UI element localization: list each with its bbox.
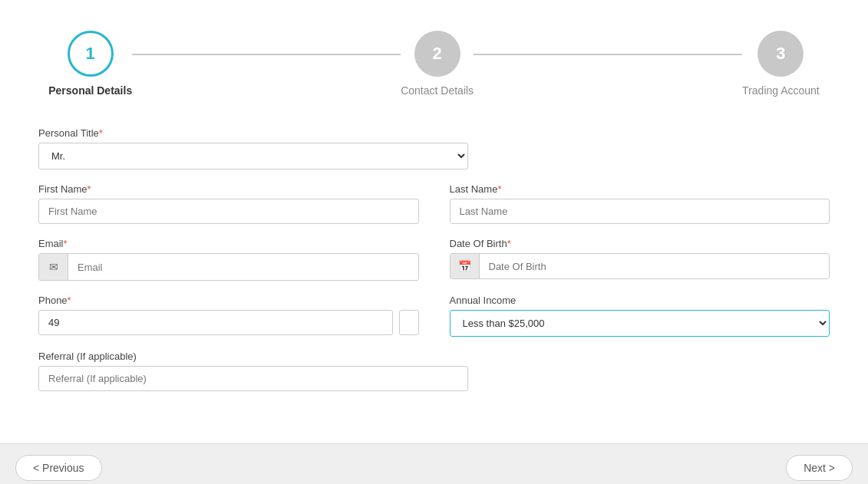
last-name-input[interactable] [450, 199, 830, 224]
envelope-icon [49, 260, 58, 274]
stepper: 1 Personal Details 2 Contact Details 3 T… [23, 15, 845, 120]
dob-col: Date Of Birth* 📅 [450, 238, 830, 295]
personal-title-select[interactable]: Mr. Mrs. Ms. Dr. Prof. [38, 143, 468, 170]
email-dob-row: Email* Date Of Birth* [38, 238, 830, 295]
phone-col: Phone* [38, 295, 419, 351]
referral-input[interactable] [38, 366, 468, 391]
dob-input[interactable] [480, 255, 830, 278]
email-icon-box [39, 254, 68, 280]
step-3-number: 3 [776, 44, 785, 64]
first-name-group: First Name* [38, 183, 419, 224]
first-name-col: First Name* [38, 183, 419, 238]
step-1-circle: 1 [68, 31, 114, 77]
email-col: Email* [38, 238, 419, 295]
step-line-2-3 [474, 54, 742, 55]
step-1-number: 1 [86, 44, 95, 64]
form: Personal Title* Mr. Mrs. Ms. Dr. Prof. F… [23, 120, 845, 413]
name-row: First Name* Last Name* [38, 183, 830, 238]
email-input[interactable] [68, 255, 418, 279]
phone-income-row: Phone* Annual Income Less than $25,000 $ [38, 295, 830, 351]
phone-code-input[interactable] [38, 310, 393, 335]
dob-input-wrapper: 📅 [450, 253, 830, 279]
last-name-group: Last Name* [450, 183, 830, 224]
previous-button[interactable]: < Previous [15, 455, 102, 481]
email-group: Email* [38, 238, 419, 281]
step-1-label: Personal Details [48, 84, 132, 97]
personal-title-group: Personal Title* Mr. Mrs. Ms. Dr. Prof. [38, 127, 830, 170]
calendar-icon-box: 📅 [451, 254, 480, 278]
step-2-circle: 2 [414, 31, 460, 77]
next-button[interactable]: Next > [786, 455, 853, 481]
email-label: Email* [38, 238, 419, 249]
annual-income-group: Annual Income Less than $25,000 $25,000 … [450, 295, 830, 337]
step-2-number: 2 [433, 44, 442, 64]
previous-button-label: < Previous [33, 462, 84, 474]
phone-group: Phone* [38, 295, 419, 335]
footer-bar: < Previous Next > [0, 443, 868, 484]
calendar-icon: 📅 [458, 260, 471, 272]
annual-income-col: Annual Income Less than $25,000 $25,000 … [450, 295, 830, 351]
dob-label: Date Of Birth* [450, 238, 830, 249]
step-3: 3 Trading Account [742, 31, 820, 97]
step-1: 1 Personal Details [48, 31, 132, 97]
referral-group: Referral (If applicable) [38, 351, 830, 391]
phone-input[interactable] [399, 310, 419, 335]
dob-group: Date Of Birth* 📅 [450, 238, 830, 279]
first-name-label: First Name* [38, 183, 419, 195]
annual-income-select[interactable]: Less than $25,000 $25,000 - $50,000 $50,… [450, 310, 830, 337]
email-input-wrapper [38, 253, 419, 281]
personal-title-label: Personal Title* [38, 127, 830, 139]
last-name-col: Last Name* [450, 183, 830, 238]
phone-label: Phone* [38, 295, 419, 306]
step-3-label: Trading Account [742, 84, 820, 97]
step-line-1-2 [132, 54, 401, 55]
last-name-label: Last Name* [450, 183, 830, 195]
referral-label: Referral (If applicable) [38, 351, 830, 362]
step-2: 2 Contact Details [401, 31, 474, 97]
phone-row [38, 310, 419, 335]
step-2-label: Contact Details [401, 84, 474, 97]
first-name-input[interactable] [38, 199, 419, 224]
annual-income-label: Annual Income [450, 295, 830, 306]
next-button-label: Next > [804, 462, 835, 474]
step-3-circle: 3 [757, 31, 804, 77]
